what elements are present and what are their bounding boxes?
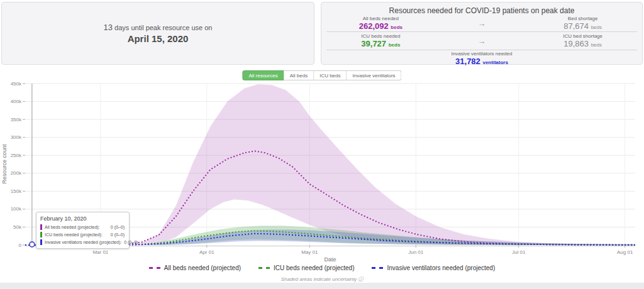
uncertainty-note: Shaded areas indicate uncertainty ⓘ <box>0 276 644 283</box>
series-color-bar <box>40 224 42 230</box>
resource-tabs: All resources All beds ICU beds Invasive… <box>242 70 401 80</box>
tooltip-date: February 10, 2020 <box>40 215 125 222</box>
y-tick-label: 350k <box>11 117 22 123</box>
y-tick-label: 400k <box>11 99 22 104</box>
days-until-peak-number: 13 <box>104 23 113 32</box>
arrow-icon: → <box>440 19 524 28</box>
all-beds-needed-stat: All beds needed 262,092 beds <box>321 16 440 31</box>
resources-card-title: Resources needed for COVID-19 patients o… <box>321 6 642 15</box>
y-tick-label: 450k <box>11 81 22 87</box>
peak-date: April 15, 2020 <box>128 33 189 44</box>
dashed-line-swatch <box>372 267 383 269</box>
ventilators-row: Invasive ventilators needed 31,782 venti… <box>321 51 642 65</box>
tab-all-beds[interactable]: All beds <box>284 70 314 80</box>
tab-all-resources[interactable]: All resources <box>242 70 284 80</box>
tooltip-row-ventilators: Invasive ventilators needed (projected):… <box>40 239 125 245</box>
y-tick-label: 250k <box>11 153 22 158</box>
x-tick-label: Aug 01 <box>617 249 633 255</box>
legend-icu-beds[interactable]: ICU beds needed (projected) <box>258 264 354 271</box>
icu-beds-row: ICU beds needed 39,727 beds → ICU bed sh… <box>321 33 642 48</box>
bed-shortage-stat: Bed shortage 87,674 beds <box>523 16 642 31</box>
y-tick-label: 200k <box>11 170 22 176</box>
x-tick-label: Jul 01 <box>512 249 526 255</box>
page-background-strip <box>0 283 644 289</box>
x-tick-label: Jun 01 <box>408 249 424 255</box>
legend-ventilators[interactable]: Invasive ventilators needed (projected) <box>372 264 495 271</box>
tab-icu-beds[interactable]: ICU beds <box>314 70 347 80</box>
y-tick-label: 150k <box>11 188 22 194</box>
dashed-line-swatch <box>258 267 270 269</box>
arrow-icon: → <box>440 36 524 46</box>
divider <box>326 50 637 50</box>
divider <box>326 31 637 32</box>
tooltip-row-icu-beds: ICU beds needed (projected): 0 (0–0) <box>40 232 125 237</box>
info-icon: ⓘ <box>358 276 364 282</box>
legend-all-beds[interactable]: All beds needed (projected) <box>149 264 241 271</box>
y-tick-label: 300k <box>11 134 22 140</box>
y-tick-label: 50k <box>13 224 22 230</box>
icu-beds-needed-stat: ICU beds needed 39,727 beds <box>321 33 440 49</box>
chart-tooltip: February 10, 2020 All beds needed (proje… <box>36 212 130 249</box>
x-tick-label: Apr 01 <box>199 249 214 255</box>
icu-bed-shortage-stat: ICU bed shortage 19,863 beds <box>523 33 642 49</box>
ventilators-needed-stat: Invasive ventilators needed 31,782 venti… <box>440 51 524 67</box>
tab-invasive-ventilators[interactable]: Invasive ventilators <box>347 70 402 80</box>
y-axis-title: Resource count <box>1 144 8 184</box>
x-axis-title: Date <box>324 256 336 263</box>
series-color-bar <box>40 239 42 245</box>
series-color-bar <box>40 232 42 237</box>
peak-date-card: 13 days until peak resource use on April… <box>1 2 314 65</box>
y-tick-label: 0 <box>19 243 22 248</box>
all-beds-row: All beds needed 262,092 beds → Bed short… <box>321 16 642 31</box>
x-tick-label: May 01 <box>301 249 318 255</box>
chart-legend: All beds needed (projected) ICU beds nee… <box>0 264 644 271</box>
y-tick-label: 100k <box>11 206 22 212</box>
peak-resources-card: Resources needed for COVID-19 patients o… <box>321 2 643 65</box>
dashed-line-swatch <box>149 267 160 269</box>
tooltip-row-all-beds: All beds needed (projected): 0 (0–0) <box>40 224 125 230</box>
x-tick-label: Mar 01 <box>92 249 108 255</box>
days-until-peak-text: 13 days until peak resource use on <box>104 23 213 32</box>
